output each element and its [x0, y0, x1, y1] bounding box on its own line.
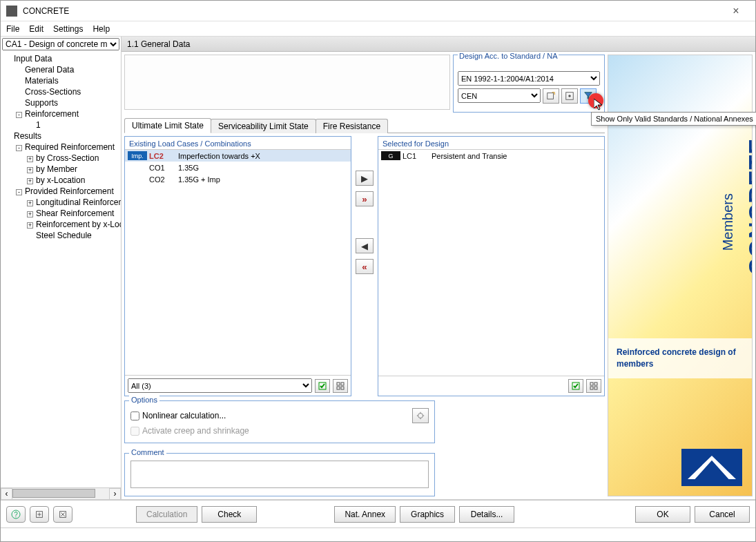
tree-node[interactable]: Supports	[3, 97, 118, 108]
app-icon	[6, 6, 17, 17]
tree-node[interactable]: +Longitudinal Reinforcement	[3, 197, 118, 208]
comment-legend: Comment	[129, 448, 166, 456]
case-tag: G	[381, 151, 400, 160]
selected-check-button[interactable]	[568, 379, 583, 393]
scroll-left-icon[interactable]: ‹	[1, 488, 12, 500]
expand-icon[interactable]: +	[27, 156, 33, 162]
import-button[interactable]	[53, 506, 72, 523]
list-item[interactable]: CO11.35G	[125, 162, 351, 173]
nonlinear-settings-button[interactable]	[412, 408, 429, 423]
close-icon[interactable]: ×	[722, 5, 750, 17]
expand-icon[interactable]: +	[27, 167, 33, 173]
export-button[interactable]	[30, 506, 49, 523]
state-tabs: Ultimate Limit State Serviceability Limi…	[124, 117, 605, 133]
tree-node[interactable]: 1	[3, 119, 118, 130]
tab-uls[interactable]: Ultimate Limit State	[124, 118, 211, 133]
existing-legend: Existing Load Cases / Combinations	[125, 137, 351, 149]
menu-help[interactable]: Help	[93, 24, 110, 34]
tree-node[interactable]: +by Cross-Section	[3, 153, 118, 164]
creep-checkbox: Activate creep and shrinkage	[130, 426, 249, 436]
tree-node[interactable]: +by Member	[3, 164, 118, 175]
tree-node[interactable]: Materials	[3, 75, 118, 86]
window-title: CONCRETE	[23, 6, 722, 16]
list-item[interactable]: CO21.35G + Imp	[125, 173, 351, 185]
tab-fire[interactable]: Fire Resistance	[316, 119, 388, 133]
tree-node[interactable]: Results	[3, 130, 118, 142]
tree-node[interactable]: Cross-Sections	[3, 86, 118, 97]
move-left-button[interactable]: ◀	[356, 238, 374, 253]
tree-node[interactable]: +Reinforcement by x-Location	[3, 219, 118, 230]
tree-node[interactable]: +Shear Reinforcement	[3, 208, 118, 219]
tree-label: by Member	[36, 164, 77, 174]
help-button[interactable]: ?	[6, 506, 26, 523]
expand-icon[interactable]: +	[27, 200, 33, 206]
tree-node[interactable]: -Required Reinforcement	[3, 142, 118, 153]
select-all-button[interactable]	[315, 379, 330, 393]
selected-list: Selected for Design GLC1Persistent and T…	[378, 136, 605, 396]
details-button[interactable]: Details...	[459, 506, 514, 523]
title-bar: CONCRETE ×	[1, 1, 755, 21]
tree-label: Steel Schedule	[36, 231, 92, 240]
case-id: CO1	[149, 164, 178, 172]
section-title: 1.1 General Data	[127, 39, 190, 49]
list-item[interactable]: Imp.LC2Imperfection towards +X	[125, 150, 351, 162]
standard-select[interactable]: EN 1992-1-1:2004/A1:2014	[458, 71, 600, 86]
move-all-right-button[interactable]: »	[356, 191, 374, 206]
tree-node[interactable]: -Provided Reinforcement	[3, 186, 118, 197]
existing-filter[interactable]: All (3)	[128, 378, 312, 393]
tree-node[interactable]: Steel Schedule	[3, 230, 118, 241]
cancel-button[interactable]: Cancel	[695, 506, 750, 523]
tree-node[interactable]: General Data	[3, 64, 118, 75]
svg-rect-12	[594, 387, 597, 389]
menu-file[interactable]: File	[6, 24, 19, 34]
move-right-button[interactable]: ▶	[356, 171, 374, 186]
graphics-button[interactable]: Graphics	[400, 506, 455, 523]
tab-sls[interactable]: Serviceability Limit State	[211, 119, 316, 133]
annex-new-button[interactable]	[543, 88, 559, 104]
expand-icon[interactable]: +	[27, 211, 33, 217]
nav-tree[interactable]: Input DataGeneral DataMaterialsCross-Sec…	[1, 52, 121, 487]
move-all-left-button[interactable]: «	[356, 259, 374, 274]
collapse-icon[interactable]: -	[16, 145, 22, 151]
nav-scroll[interactable]: ‹ ›	[1, 487, 121, 499]
check-button[interactable]: Check	[202, 506, 257, 523]
collapse-icon[interactable]: -	[16, 112, 22, 118]
case-id: LC1	[403, 152, 432, 160]
ok-button[interactable]: OK	[635, 506, 690, 523]
scroll-track[interactable]	[12, 488, 109, 500]
case-selector[interactable]: CA1 - Design of concrete memb	[2, 38, 119, 50]
scroll-right-icon[interactable]: ›	[109, 488, 121, 500]
tree-node[interactable]: -Reinforcement	[3, 108, 118, 119]
svg-rect-7	[341, 387, 344, 389]
expand-icon[interactable]: +	[27, 178, 33, 184]
nat-annex-button[interactable]: Nat. Annex	[334, 506, 396, 523]
collapse-icon[interactable]: -	[16, 189, 22, 195]
expand-icon[interactable]: +	[27, 222, 33, 229]
menu-settings[interactable]: Settings	[53, 24, 83, 34]
case-desc: Imperfection towards +X	[178, 152, 351, 160]
options-panel: Options Nonlinear calculation... Activat…	[124, 400, 435, 443]
tree-label: Longitudinal Reinforcement	[36, 197, 121, 207]
tree-node[interactable]: +by x-Location	[3, 175, 118, 186]
annex-filter-button[interactable]	[580, 88, 597, 104]
tree-node[interactable]: Input Data	[3, 53, 118, 64]
dlubal-logo-icon	[681, 449, 742, 486]
list-item[interactable]: GLC1Persistent and Transie	[378, 150, 604, 162]
case-desc: 1.35G	[178, 164, 351, 172]
nonlinear-checkbox[interactable]: Nonlinear calculation...	[130, 411, 226, 420]
tree-label: Input Data	[14, 54, 52, 64]
selected-body[interactable]: GLC1Persistent and Transie	[378, 149, 604, 376]
calculation-button[interactable]: Calculation	[136, 506, 197, 523]
annex-edit-button[interactable]	[561, 88, 578, 104]
nav-pane: CA1 - Design of concrete memb Input Data…	[1, 37, 122, 499]
product-art-title: CONCRETE	[744, 138, 753, 275]
section-header: 1.1 General Data	[122, 37, 755, 52]
selected-grid-button[interactable]	[586, 379, 601, 393]
scroll-thumb[interactable]	[12, 489, 95, 498]
menu-edit[interactable]: Edit	[29, 24, 43, 34]
comment-input[interactable]	[130, 461, 429, 488]
deselect-all-button[interactable]	[333, 379, 348, 393]
existing-body[interactable]: Imp.LC2Imperfection towards +XCO11.35GCO…	[125, 149, 351, 375]
annex-select[interactable]: CEN	[458, 88, 541, 103]
transfer-buttons: ▶ » ◀ «	[354, 136, 375, 396]
